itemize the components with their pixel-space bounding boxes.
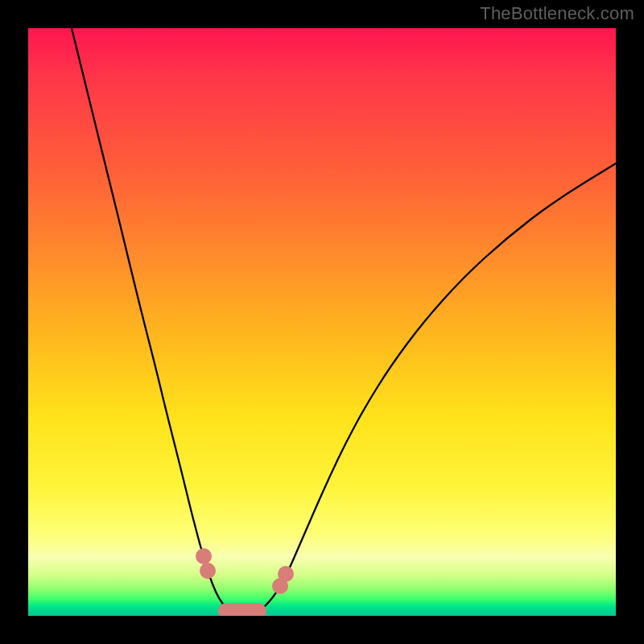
watermark-text: TheBottleneck.com: [480, 3, 634, 24]
chart-frame: TheBottleneck.com: [0, 0, 644, 644]
bead: [196, 548, 212, 564]
bead: [278, 566, 294, 582]
curve-svg: [28, 28, 616, 616]
bottom-bead-bar: [218, 603, 266, 616]
plot-area: [28, 28, 616, 616]
v-curve: [72, 28, 616, 614]
data-beads: [196, 548, 294, 616]
bead: [200, 563, 216, 579]
